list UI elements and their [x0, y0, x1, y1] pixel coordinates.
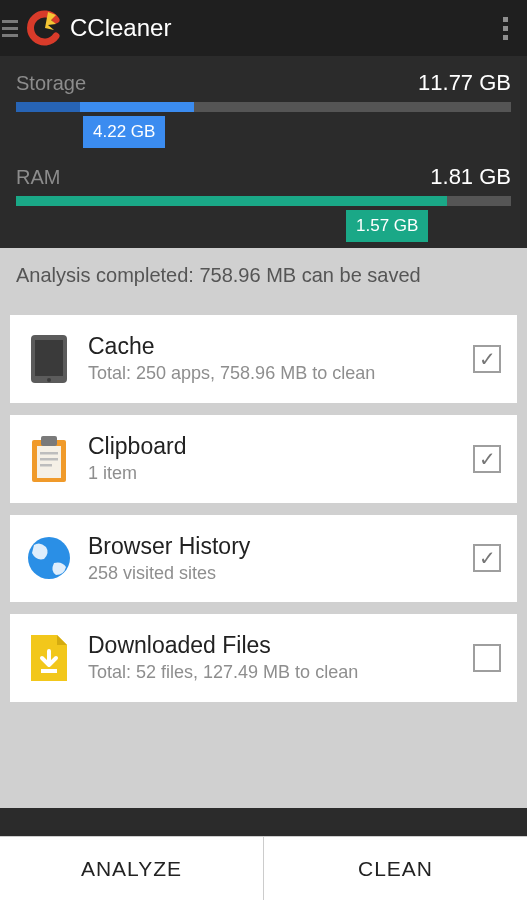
- storage-used-badge: 4.22 GB: [83, 116, 165, 148]
- result-card[interactable]: CacheTotal: 250 apps, 758.96 MB to clean…: [10, 315, 517, 403]
- checkbox[interactable]: ✓: [473, 445, 501, 473]
- ram-total: 1.81 GB: [430, 164, 511, 190]
- svg-rect-6: [40, 452, 58, 455]
- stats-panel: Storage 11.77 GB 4.22 GB RAM 1.81 GB 1.5…: [0, 56, 527, 248]
- storage-bar: 4.22 GB: [16, 102, 511, 112]
- result-card[interactable]: Downloaded FilesTotal: 52 files, 127.49 …: [10, 614, 517, 702]
- card-title: Browser History: [88, 533, 463, 560]
- checkbox[interactable]: ✓: [473, 544, 501, 572]
- svg-point-9: [28, 537, 70, 579]
- app-logo-icon: [26, 10, 62, 46]
- checkbox[interactable]: [473, 644, 501, 672]
- analysis-banner: Analysis completed: 758.96 MB can be sav…: [0, 248, 527, 303]
- clipboard-icon: [20, 434, 78, 484]
- download-icon: [20, 633, 78, 683]
- svg-rect-7: [40, 458, 58, 461]
- ram-label: RAM: [16, 166, 60, 189]
- app-title: CCleaner: [70, 14, 489, 42]
- svg-point-2: [47, 378, 51, 382]
- card-title: Cache: [88, 333, 463, 360]
- card-subtitle: Total: 52 files, 127.49 MB to clean: [88, 661, 463, 684]
- ram-stat: RAM 1.81 GB 1.57 GB: [16, 164, 511, 206]
- checkbox[interactable]: ✓: [473, 345, 501, 373]
- storage-total: 11.77 GB: [418, 70, 511, 96]
- card-subtitle: 1 item: [88, 462, 463, 485]
- svg-rect-1: [35, 340, 63, 376]
- storage-label: Storage: [16, 72, 86, 95]
- svg-rect-10: [41, 669, 57, 673]
- ram-bar: 1.57 GB: [16, 196, 511, 206]
- ram-used-badge: 1.57 GB: [346, 210, 428, 242]
- clean-button[interactable]: CLEAN: [264, 837, 527, 900]
- result-card[interactable]: Browser History258 visited sites✓: [10, 515, 517, 603]
- svg-rect-8: [40, 464, 52, 467]
- result-card[interactable]: Clipboard1 item✓: [10, 415, 517, 503]
- menu-icon[interactable]: [0, 20, 20, 37]
- tablet-icon: [20, 333, 78, 385]
- card-title: Clipboard: [88, 433, 463, 460]
- card-title: Downloaded Files: [88, 632, 463, 659]
- card-subtitle: 258 visited sites: [88, 562, 463, 585]
- storage-stat: Storage 11.77 GB 4.22 GB: [16, 70, 511, 112]
- svg-rect-4: [37, 446, 61, 478]
- analyze-button[interactable]: ANALYZE: [0, 837, 264, 900]
- results-list: CacheTotal: 250 apps, 758.96 MB to clean…: [0, 303, 527, 808]
- card-subtitle: Total: 250 apps, 758.96 MB to clean: [88, 362, 463, 385]
- globe-icon: [20, 535, 78, 581]
- app-toolbar: CCleaner: [0, 0, 527, 56]
- svg-rect-5: [41, 436, 57, 446]
- action-bar: ANALYZE CLEAN: [0, 836, 527, 900]
- overflow-menu-icon[interactable]: [489, 0, 521, 56]
